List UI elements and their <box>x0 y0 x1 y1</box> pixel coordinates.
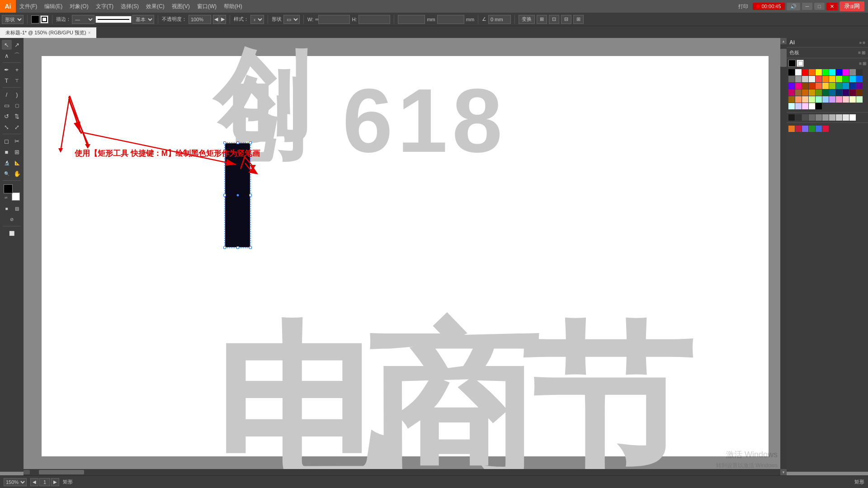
color-swatch-cell[interactable] <box>809 96 815 103</box>
menu-object[interactable]: 对象(O) <box>66 0 92 13</box>
color-swatch-cell[interactable] <box>822 96 829 103</box>
anchor-tm[interactable] <box>236 141 239 144</box>
color-swatch-cell[interactable] <box>788 83 795 89</box>
color-swatch-cell[interactable] <box>856 89 863 96</box>
scroll-down-btn[interactable]: ▼ <box>780 469 787 475</box>
menu-help[interactable]: 帮助(H) <box>220 0 246 13</box>
anchor-ml[interactable] <box>223 194 226 197</box>
color-swatch-cell[interactable] <box>822 76 829 82</box>
color-swatch-cell[interactable] <box>849 76 856 82</box>
color-swatch-cell[interactable] <box>809 69 815 75</box>
color-swatch-cell[interactable] <box>788 96 795 103</box>
artboard-tool[interactable]: ⬜ <box>7 228 17 238</box>
extra-swatch-cell[interactable] <box>795 126 802 132</box>
color-swatch-cell[interactable] <box>836 96 842 103</box>
color-swatch-cell[interactable] <box>856 76 863 82</box>
color-swatch-cell[interactable] <box>843 69 849 75</box>
add-anchor-tool[interactable]: + <box>12 65 22 75</box>
transform-btn[interactable]: 变换 <box>519 15 535 24</box>
height-input[interactable]: 71.261 mm <box>359 15 390 24</box>
color-swatch-cell[interactable] <box>795 76 802 82</box>
fill-none-btn[interactable]: ⊘ <box>7 214 17 224</box>
menu-edit[interactable]: 编辑(E) <box>41 0 66 13</box>
color-swatch-cell[interactable] <box>802 96 808 103</box>
color-swatch-cell[interactable] <box>836 83 842 89</box>
color-swatch-cell[interactable] <box>822 83 829 89</box>
minimize-btn[interactable]: ─ <box>802 3 813 10</box>
scissors-tool[interactable]: ✂ <box>12 136 22 146</box>
color-swatch-cell[interactable] <box>816 103 822 109</box>
align-btn[interactable]: ⊞ <box>537 15 547 24</box>
menu-view[interactable]: 视图(V) <box>168 0 193 13</box>
extra-swatch-cell[interactable] <box>822 126 829 132</box>
fg-color-swatch[interactable] <box>4 184 13 193</box>
color-swatch-cell[interactable] <box>788 69 795 75</box>
color-swatch-cell[interactable] <box>843 83 849 89</box>
gray-swatch-cell[interactable] <box>795 114 802 121</box>
color-swatch-cell[interactable] <box>802 83 808 89</box>
color-swatch-cell[interactable] <box>829 96 835 103</box>
color-swatch-cell[interactable] <box>836 76 842 82</box>
direct-selection-tool[interactable]: ↗ <box>12 40 22 50</box>
color-swatch-cell[interactable] <box>843 89 849 96</box>
extra-swatch-cell[interactable] <box>788 126 795 132</box>
color-swatch-cell[interactable] <box>836 69 842 75</box>
y-input[interactable]: 71.261 mm <box>437 15 464 24</box>
tab-close-btn[interactable]: × <box>88 30 91 35</box>
page-input[interactable] <box>39 478 50 486</box>
color-grid-btn[interactable]: ⊞ <box>863 61 866 66</box>
panel-list-btn[interactable]: ≡ <box>863 40 865 45</box>
color-swatch-cell[interactable] <box>856 83 863 89</box>
gradient-mode-btn[interactable]: ▨ <box>12 203 22 213</box>
menu-window[interactable]: 窗口(W) <box>193 0 220 13</box>
color-swatch-cell[interactable] <box>849 83 856 89</box>
extra-swatch-cell[interactable] <box>816 126 822 132</box>
gray-swatch-cell[interactable] <box>836 114 842 121</box>
scroll-up-btn[interactable]: ▲ <box>780 38 787 44</box>
menu-effects[interactable]: 效果(C) <box>142 0 168 13</box>
mesh-tool[interactable]: ⊞ <box>12 147 22 157</box>
anchor-mr[interactable] <box>249 194 252 197</box>
x-input[interactable]: 16.933 mm <box>398 15 425 24</box>
gray-swatch-cell[interactable] <box>843 114 849 121</box>
gray-swatch-cell[interactable] <box>829 114 835 121</box>
rectangle-tool[interactable]: ▭ <box>2 100 12 110</box>
color-swatch-cell[interactable] <box>829 83 835 89</box>
color-swatch-cell[interactable] <box>795 69 802 75</box>
anchor-tl[interactable] <box>223 141 226 144</box>
lasso-tool[interactable]: ⌒ <box>12 51 22 61</box>
color-swatch-cell[interactable] <box>816 89 822 96</box>
eyedropper-tool[interactable]: 🔬 <box>2 158 12 168</box>
arc-tool[interactable]: ) <box>12 89 22 99</box>
extra-swatch-cell[interactable] <box>809 126 815 132</box>
rotate-tool[interactable]: ↺ <box>2 111 12 121</box>
next-page-btn[interactable]: ▶ <box>51 478 59 486</box>
color-swatch-cell[interactable] <box>856 69 863 75</box>
gray-swatch-cell[interactable] <box>816 114 822 121</box>
menu-file[interactable]: 文件(F) <box>16 0 41 13</box>
fill-color-swatch[interactable] <box>31 15 39 23</box>
hscroll-left-btn[interactable] <box>24 470 30 474</box>
swap-colors-btn[interactable]: ⇄ <box>5 196 8 200</box>
color-swatch-cell[interactable] <box>802 69 808 75</box>
color-swatch-cell[interactable] <box>795 103 802 109</box>
color-swatch-cell[interactable] <box>788 89 795 96</box>
scale-tool[interactable]: ⤡ <box>2 122 12 132</box>
close-btn[interactable]: ✕ <box>826 3 838 10</box>
gray-swatch-cell[interactable] <box>788 114 795 121</box>
color-swatch-cell[interactable] <box>829 89 835 96</box>
record-website[interactable]: 录课网 <box>840 1 864 11</box>
color-swatch-cell[interactable] <box>795 96 802 103</box>
color-options-btn[interactable]: ≡ <box>859 61 862 66</box>
stroke-type-select[interactable]: — <box>72 15 94 24</box>
color-swatch-cell[interactable] <box>829 76 835 82</box>
color-mode-btn[interactable]: ■ <box>2 203 12 213</box>
line-tool[interactable]: / <box>2 89 12 99</box>
text-tool[interactable]: T <box>2 75 12 85</box>
menu-text[interactable]: 文字(T) <box>92 0 117 13</box>
anchor-bm[interactable] <box>236 246 239 249</box>
measure-tool[interactable]: 📐 <box>12 158 22 168</box>
anchor-br[interactable] <box>249 246 252 249</box>
color-swatch-cell[interactable] <box>836 89 842 96</box>
style-select[interactable]: ▭ <box>250 15 264 24</box>
